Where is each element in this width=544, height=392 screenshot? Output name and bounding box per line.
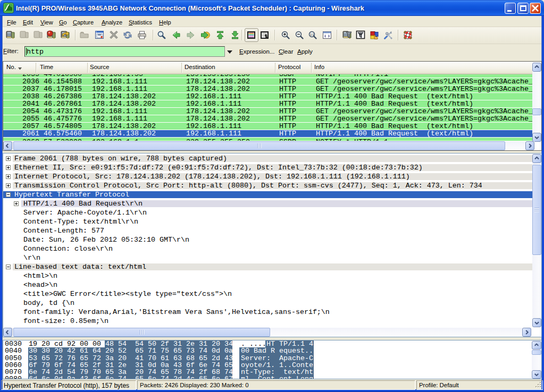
svg-text:1:1: 1:1 [310, 33, 314, 36]
